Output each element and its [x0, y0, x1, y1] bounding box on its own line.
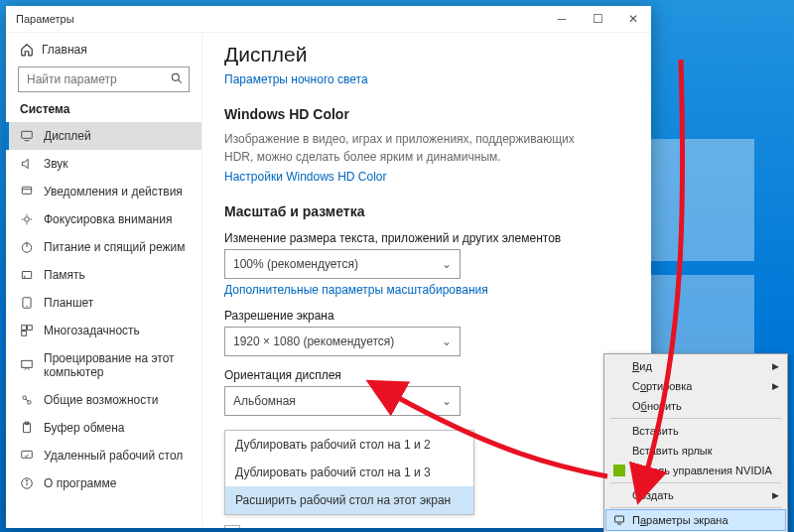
ctx-view[interactable]: Вид▶ — [606, 356, 785, 376]
tablet-icon — [20, 296, 34, 310]
sidebar-item-label: Многозадачность — [44, 324, 140, 337]
main-pane: Дисплей Параметры ночного света Windows … — [202, 33, 651, 528]
search-icon — [170, 71, 184, 88]
flyout-option-duplicate-12[interactable]: Дублировать рабочий стол на 1 и 2 — [225, 431, 473, 459]
svg-rect-26 — [613, 465, 625, 476]
desktop[interactable]: Параметры ─ ☐ ✕ Главная Система — [0, 0, 794, 532]
ctx-display-settings[interactable]: Параметры экрана — [606, 510, 785, 530]
maximize-button[interactable]: ☐ — [580, 6, 615, 32]
page-title: Дисплей — [224, 43, 629, 66]
sidebar-item-label: Дисплей — [44, 129, 91, 143]
resolution-label: Разрешение экрана — [224, 309, 629, 323]
chevron-down-icon: ⌄ — [442, 334, 452, 348]
sidebar-item-label: Общие возможности — [44, 393, 158, 407]
focus-icon — [20, 212, 34, 226]
sidebar-item-label: Память — [44, 268, 85, 282]
remote-icon — [20, 449, 34, 463]
sidebar-item-tablet[interactable]: Планшет — [6, 289, 201, 317]
ctx-separator — [610, 482, 781, 483]
resolution-value: 1920 × 1080 (рекомендуется) — [233, 334, 394, 348]
nvidia-icon — [612, 464, 626, 477]
home-label: Главная — [42, 43, 87, 57]
search-input[interactable] — [18, 66, 190, 92]
nav-list: ДисплейЗвукУведомления и действияФокусир… — [6, 122, 201, 528]
sidebar-item-notifications[interactable]: Уведомления и действия — [6, 178, 201, 205]
sidebar: Главная Система ДисплейЗвукУведомления и… — [6, 33, 202, 528]
svg-rect-14 — [28, 326, 33, 331]
svg-rect-22 — [22, 451, 33, 458]
scale-value: 100% (рекомендуется) — [233, 257, 358, 271]
orientation-label: Ориентация дисплея — [224, 368, 629, 382]
svg-rect-16 — [22, 360, 33, 367]
ctx-nvidia[interactable]: Панель управления NVIDIA — [606, 461, 785, 480]
scale-combo[interactable]: 100% (рекомендуется) ⌄ — [224, 249, 461, 279]
sidebar-item-projecting[interactable]: Проецирование на этот компьютер — [6, 344, 201, 386]
nightlight-link[interactable]: Параметры ночного света — [224, 72, 368, 86]
orientation-combo[interactable]: Альбомная ⌄ — [224, 386, 461, 416]
sidebar-item-focus[interactable]: Фокусировка внимания — [6, 205, 201, 233]
sidebar-item-label: Питание и спящий режим — [44, 240, 186, 254]
multi-display-flyout: Дублировать рабочий стол на 1 и 2 Дублир… — [224, 430, 474, 515]
sidebar-item-storage[interactable]: Память — [6, 261, 201, 289]
sidebar-item-label: Уведомления и действия — [44, 185, 183, 199]
sidebar-item-sound[interactable]: Звук — [6, 150, 201, 178]
projecting-icon — [20, 358, 34, 372]
notifications-icon — [20, 185, 34, 199]
chevron-down-icon: ⌄ — [442, 257, 452, 271]
ctx-create[interactable]: Создать▶ — [606, 485, 785, 505]
svg-rect-9 — [22, 272, 31, 279]
sidebar-item-label: Удаленный рабочий стол — [44, 449, 183, 463]
sidebar-item-power[interactable]: Питание и спящий режим — [6, 233, 201, 261]
titlebar: Параметры ─ ☐ ✕ — [6, 6, 651, 33]
flyout-option-duplicate-13[interactable]: Дублировать рабочий стол на 1 и 3 — [225, 459, 473, 486]
sidebar-item-about[interactable]: О программе — [6, 469, 201, 497]
svg-point-0 — [172, 73, 179, 80]
scale-advanced-link[interactable]: Дополнительные параметры масштабирования — [224, 283, 488, 297]
power-icon — [20, 240, 34, 254]
desktop-context-menu: Вид▶ Сортировка▶ Обновить Вставить Встав… — [603, 353, 788, 532]
sidebar-item-clipboard[interactable]: Буфер обмена — [6, 414, 201, 442]
flyout-option-extend[interactable]: Расширить рабочий стол на этот экран — [225, 486, 473, 514]
svg-rect-15 — [22, 332, 27, 336]
sound-icon — [20, 157, 34, 171]
svg-rect-2 — [22, 131, 33, 138]
ctx-refresh[interactable]: Обновить — [606, 396, 785, 416]
search-box[interactable] — [18, 66, 190, 92]
ctx-separator — [610, 418, 781, 419]
resolution-combo[interactable]: 1920 × 1080 (рекомендуется) ⌄ — [224, 327, 461, 356]
display-icon — [20, 129, 34, 143]
sidebar-item-label: Звук — [44, 157, 68, 171]
sidebar-item-label: Планшет — [44, 296, 93, 310]
sidebar-item-multitask[interactable]: Многозадачность — [6, 317, 201, 344]
close-button[interactable]: ✕ — [615, 6, 651, 32]
sidebar-item-label: Фокусировка внимания — [44, 212, 172, 226]
ctx-paste[interactable]: Вставить — [606, 421, 785, 441]
svg-point-10 — [24, 276, 25, 277]
section-label: Система — [6, 102, 201, 122]
minimize-button[interactable]: ─ — [544, 6, 580, 32]
hd-link[interactable]: Настройки Windows HD Color — [224, 170, 387, 184]
sidebar-item-remote[interactable]: Удаленный рабочий стол — [6, 442, 201, 469]
ctx-paste-shortcut[interactable]: Вставить ярлык — [606, 441, 785, 461]
make-main-checkbox: ✓ Сделать основным дисплеем — [224, 525, 629, 528]
svg-rect-13 — [22, 326, 27, 331]
sidebar-item-display[interactable]: Дисплей — [6, 122, 201, 150]
display-icon — [612, 513, 626, 527]
chevron-down-icon: ⌄ — [442, 394, 452, 408]
svg-point-6 — [25, 217, 30, 222]
hd-heading: Windows HD Color — [224, 106, 629, 122]
sidebar-item-label: Буфер обмена — [44, 421, 125, 435]
ctx-sort[interactable]: Сортировка▶ — [606, 376, 785, 396]
hd-description: Изображение в видео, играх и приложениях… — [224, 130, 601, 166]
sidebar-item-label: О программе — [44, 476, 116, 490]
checkbox-icon: ✓ — [224, 525, 240, 528]
sidebar-item-shared[interactable]: Общие возможности — [6, 386, 201, 414]
svg-rect-4 — [22, 187, 31, 194]
scale-label: Изменение размера текста, приложений и д… — [224, 231, 629, 245]
make-main-label: Сделать основным дисплеем — [246, 526, 409, 528]
settings-window: Параметры ─ ☐ ✕ Главная Система — [6, 6, 651, 528]
home-icon — [20, 43, 34, 57]
window-title: Параметры — [6, 13, 74, 25]
home-button[interactable]: Главная — [6, 37, 201, 61]
sidebar-item-label: Проецирование на этот компьютер — [44, 351, 188, 379]
